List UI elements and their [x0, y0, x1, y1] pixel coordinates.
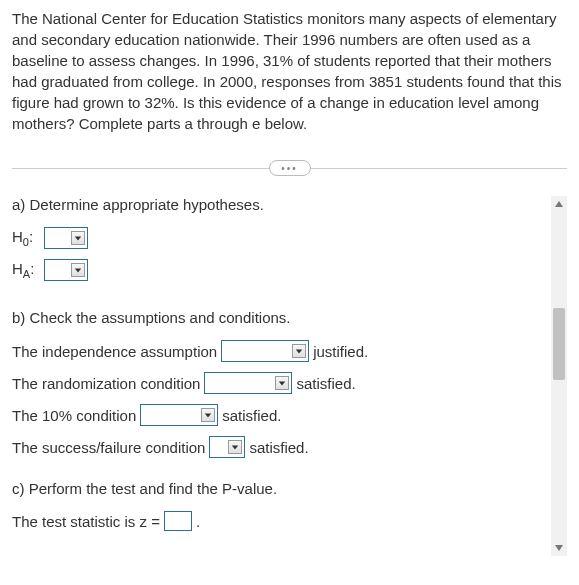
part-c-heading: c) Perform the test and find the P-value… — [12, 480, 547, 497]
success-failure-label: The success/failure condition — [12, 439, 205, 456]
independence-label: The independence assumption — [12, 343, 217, 360]
ha-dropdown[interactable] — [44, 259, 88, 281]
svg-marker-0 — [75, 236, 81, 240]
chevron-down-icon — [201, 408, 215, 422]
chevron-down-icon — [71, 263, 85, 277]
chevron-down-icon — [275, 376, 289, 390]
scroll-down-button[interactable] — [551, 540, 567, 556]
ten-percent-dropdown[interactable] — [140, 404, 218, 426]
ten-percent-label: The 10% condition — [12, 407, 136, 424]
randomization-label: The randomization condition — [12, 375, 200, 392]
part-a-heading: a) Determine appropriate hypotheses. — [12, 196, 547, 213]
svg-marker-5 — [232, 445, 238, 449]
success-failure-suffix: satisfied. — [249, 439, 308, 456]
h0-label: H0: — [12, 228, 40, 248]
svg-marker-7 — [555, 545, 563, 551]
chevron-down-icon — [228, 440, 242, 454]
scrollbar-thumb[interactable] — [553, 308, 565, 380]
h0-dropdown[interactable] — [44, 227, 88, 249]
independence-suffix: justified. — [313, 343, 368, 360]
independence-dropdown[interactable] — [221, 340, 309, 362]
ten-percent-suffix: satisfied. — [222, 407, 281, 424]
randomization-suffix: satisfied. — [296, 375, 355, 392]
success-failure-dropdown[interactable] — [209, 436, 245, 458]
svg-marker-2 — [296, 349, 302, 353]
z-value-input[interactable] — [164, 511, 192, 531]
scroll-up-button[interactable] — [551, 196, 567, 212]
chevron-down-icon — [71, 231, 85, 245]
ha-label: HA: — [12, 260, 40, 280]
svg-marker-6 — [555, 201, 563, 207]
expand-pill[interactable]: ••• — [269, 160, 311, 176]
chevron-down-icon — [292, 344, 306, 358]
randomization-dropdown[interactable] — [204, 372, 292, 394]
part-b-heading: b) Check the assumptions and conditions. — [12, 309, 547, 326]
vertical-scrollbar[interactable] — [551, 196, 567, 556]
test-statistic-label: The test statistic is z = — [12, 513, 160, 530]
svg-marker-3 — [279, 381, 285, 385]
problem-statement: The National Center for Education Statis… — [12, 8, 567, 134]
test-statistic-suffix: . — [196, 513, 200, 530]
svg-marker-1 — [75, 268, 81, 272]
svg-marker-4 — [205, 413, 211, 417]
